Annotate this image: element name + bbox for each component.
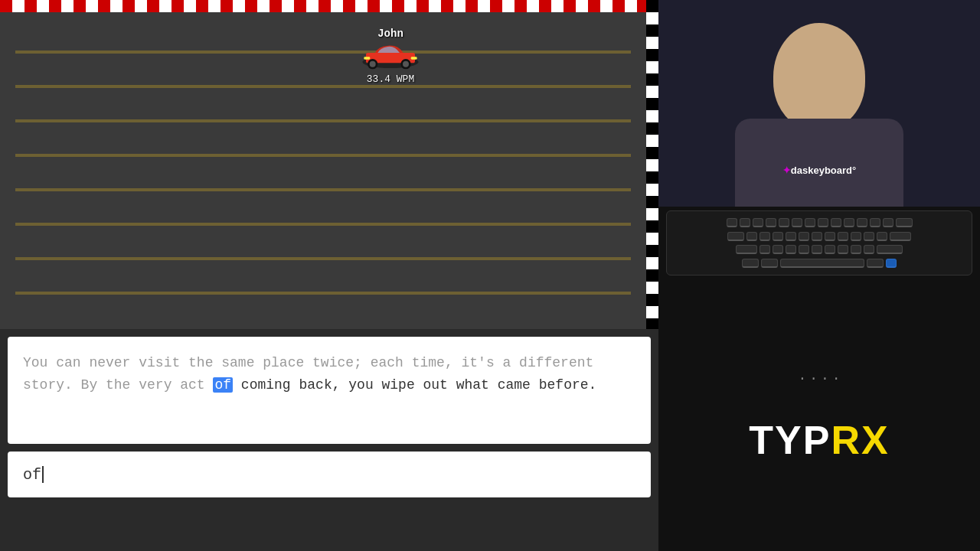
shirt-brand: daskeyboard°	[791, 165, 856, 176]
typrx-part2: RX	[831, 418, 889, 462]
car-container: John	[360, 28, 421, 85]
star-icon: ✦	[782, 165, 791, 176]
typrx-part1: TYP	[749, 418, 831, 462]
current-word: of	[213, 377, 233, 393]
untyped-text: coming back, you wipe out what came befo…	[233, 377, 596, 393]
svg-point-5	[403, 61, 409, 67]
typrx-logo-area: TYPRX · · · ·	[658, 329, 980, 551]
bottom-section: You can never visit the same place twice…	[0, 329, 980, 551]
text-area-container: You can never visit the same place twice…	[0, 329, 658, 551]
svg-rect-7	[364, 57, 370, 59]
text-cursor	[42, 466, 44, 483]
checkered-right-border	[646, 0, 658, 329]
current-input: of	[23, 466, 44, 484]
road-surface: John	[0, 12, 646, 329]
quote-display: You can never visit the same place twice…	[8, 337, 651, 444]
svg-rect-6	[411, 57, 417, 59]
typed-input-text: of	[23, 466, 41, 484]
race-car	[360, 41, 421, 72]
typrx-logo: TYPRX	[749, 417, 889, 463]
player-wpm: 33.4 WPM	[367, 73, 414, 85]
webcam-feed: ✦daskeyboard°	[658, 0, 980, 283]
lane-markers	[0, 12, 646, 329]
top-section: John	[0, 0, 980, 329]
player-name: John	[377, 28, 403, 40]
logo-decoration: · · · ·	[798, 371, 840, 386]
webcam-hands-area	[658, 207, 980, 283]
typing-input-display[interactable]: of	[8, 452, 651, 497]
right-panel: ✦daskeyboard°	[658, 0, 980, 329]
checkered-top-border	[0, 0, 658, 12]
svg-point-3	[370, 61, 376, 67]
webcam-keyboard	[666, 210, 972, 276]
race-track: John	[0, 0, 658, 329]
person-head	[773, 23, 865, 130]
